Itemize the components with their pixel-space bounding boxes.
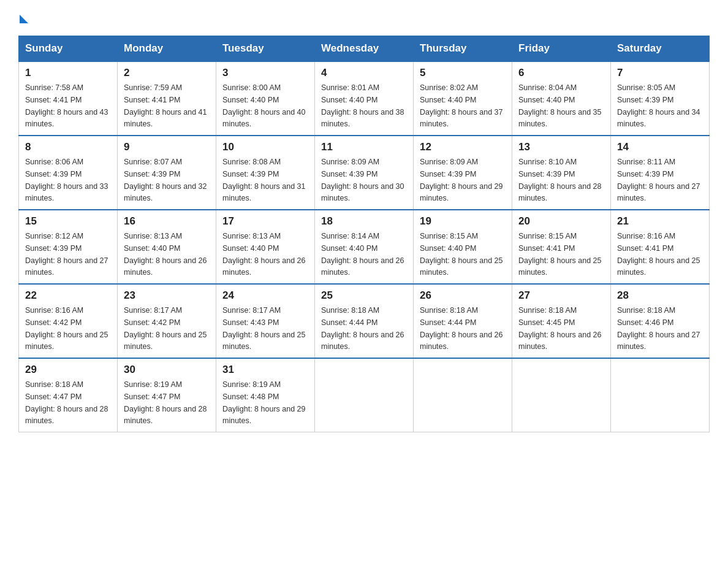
day-number: 8 bbox=[25, 141, 111, 153]
week-row-3: 15 Sunrise: 8:12 AMSunset: 4:39 PMDaylig… bbox=[19, 210, 710, 284]
day-number: 13 bbox=[518, 141, 604, 153]
day-info: Sunrise: 8:18 AMSunset: 4:44 PMDaylight:… bbox=[321, 306, 404, 351]
calendar-cell: 21 Sunrise: 8:16 AMSunset: 4:41 PMDaylig… bbox=[611, 210, 710, 284]
day-number: 3 bbox=[222, 67, 308, 79]
day-info: Sunrise: 8:16 AMSunset: 4:41 PMDaylight:… bbox=[617, 232, 700, 277]
day-info: Sunrise: 8:08 AMSunset: 4:39 PMDaylight:… bbox=[222, 158, 306, 202]
calendar-cell: 11 Sunrise: 8:09 AMSunset: 4:39 PMDaylig… bbox=[315, 136, 414, 210]
day-info: Sunrise: 8:17 AMSunset: 4:43 PMDaylight:… bbox=[222, 306, 306, 351]
header-day-tuesday: Tuesday bbox=[216, 36, 315, 62]
day-info: Sunrise: 8:09 AMSunset: 4:39 PMDaylight:… bbox=[321, 158, 404, 202]
calendar-cell: 27 Sunrise: 8:18 AMSunset: 4:45 PMDaylig… bbox=[512, 284, 611, 358]
day-number: 6 bbox=[518, 67, 604, 79]
week-row-5: 29 Sunrise: 8:18 AMSunset: 4:47 PMDaylig… bbox=[19, 358, 710, 432]
calendar-cell: 5 Sunrise: 8:02 AMSunset: 4:40 PMDayligh… bbox=[414, 61, 512, 136]
day-number: 5 bbox=[420, 67, 506, 79]
day-info: Sunrise: 8:18 AMSunset: 4:46 PMDaylight:… bbox=[617, 306, 700, 351]
day-number: 19 bbox=[420, 215, 506, 228]
calendar-cell: 22 Sunrise: 8:16 AMSunset: 4:42 PMDaylig… bbox=[19, 284, 118, 358]
day-number: 20 bbox=[518, 215, 604, 228]
day-info: Sunrise: 8:15 AMSunset: 4:41 PMDaylight:… bbox=[518, 232, 602, 277]
day-info: Sunrise: 8:13 AMSunset: 4:40 PMDaylight:… bbox=[222, 232, 306, 277]
header-day-monday: Monday bbox=[118, 36, 216, 62]
calendar-cell bbox=[611, 358, 710, 432]
day-info: Sunrise: 8:02 AMSunset: 4:40 PMDaylight:… bbox=[420, 83, 503, 128]
day-info: Sunrise: 7:58 AMSunset: 4:41 PMDaylight:… bbox=[25, 83, 108, 128]
calendar-table: SundayMondayTuesdayWednesdayThursdayFrid… bbox=[18, 36, 710, 432]
calendar-cell: 30 Sunrise: 8:19 AMSunset: 4:47 PMDaylig… bbox=[118, 358, 216, 432]
day-number: 15 bbox=[25, 215, 111, 228]
day-number: 16 bbox=[124, 215, 210, 228]
calendar-cell: 6 Sunrise: 8:04 AMSunset: 4:40 PMDayligh… bbox=[512, 61, 611, 136]
header-row: SundayMondayTuesdayWednesdayThursdayFrid… bbox=[19, 36, 710, 62]
calendar-cell: 13 Sunrise: 8:10 AMSunset: 4:39 PMDaylig… bbox=[512, 136, 611, 210]
day-number: 25 bbox=[321, 289, 407, 302]
day-info: Sunrise: 8:07 AMSunset: 4:39 PMDaylight:… bbox=[124, 158, 207, 202]
day-number: 28 bbox=[617, 289, 703, 302]
header-day-thursday: Thursday bbox=[414, 36, 512, 62]
day-info: Sunrise: 8:19 AMSunset: 4:47 PMDaylight:… bbox=[124, 380, 207, 425]
day-number: 31 bbox=[222, 364, 308, 376]
day-info: Sunrise: 8:15 AMSunset: 4:40 PMDaylight:… bbox=[420, 232, 503, 277]
calendar-cell: 19 Sunrise: 8:15 AMSunset: 4:40 PMDaylig… bbox=[414, 210, 512, 284]
calendar-cell: 2 Sunrise: 7:59 AMSunset: 4:41 PMDayligh… bbox=[118, 61, 216, 136]
week-row-1: 1 Sunrise: 7:58 AMSunset: 4:41 PMDayligh… bbox=[19, 61, 710, 136]
calendar-cell: 9 Sunrise: 8:07 AMSunset: 4:39 PMDayligh… bbox=[118, 136, 216, 210]
day-info: Sunrise: 8:17 AMSunset: 4:42 PMDaylight:… bbox=[124, 306, 207, 351]
calendar-cell: 7 Sunrise: 8:05 AMSunset: 4:39 PMDayligh… bbox=[611, 61, 710, 136]
day-info: Sunrise: 8:14 AMSunset: 4:40 PMDaylight:… bbox=[321, 232, 404, 277]
calendar-cell bbox=[414, 358, 512, 432]
day-number: 11 bbox=[321, 141, 407, 153]
day-info: Sunrise: 8:10 AMSunset: 4:39 PMDaylight:… bbox=[518, 158, 602, 202]
calendar-cell: 28 Sunrise: 8:18 AMSunset: 4:46 PMDaylig… bbox=[611, 284, 710, 358]
page-header bbox=[18, 12, 710, 23]
day-info: Sunrise: 8:00 AMSunset: 4:40 PMDaylight:… bbox=[222, 83, 306, 128]
day-number: 29 bbox=[25, 364, 111, 376]
day-number: 24 bbox=[222, 289, 308, 302]
day-info: Sunrise: 8:04 AMSunset: 4:40 PMDaylight:… bbox=[518, 83, 602, 128]
day-number: 9 bbox=[124, 141, 210, 153]
calendar-cell: 16 Sunrise: 8:13 AMSunset: 4:40 PMDaylig… bbox=[118, 210, 216, 284]
day-number: 1 bbox=[25, 67, 111, 79]
week-row-2: 8 Sunrise: 8:06 AMSunset: 4:39 PMDayligh… bbox=[19, 136, 710, 210]
day-info: Sunrise: 8:13 AMSunset: 4:40 PMDaylight:… bbox=[124, 232, 207, 277]
calendar-cell: 12 Sunrise: 8:09 AMSunset: 4:39 PMDaylig… bbox=[414, 136, 512, 210]
calendar-cell: 23 Sunrise: 8:17 AMSunset: 4:42 PMDaylig… bbox=[118, 284, 216, 358]
calendar-cell: 26 Sunrise: 8:18 AMSunset: 4:44 PMDaylig… bbox=[414, 284, 512, 358]
day-info: Sunrise: 8:11 AMSunset: 4:39 PMDaylight:… bbox=[617, 158, 700, 202]
logo-arrow-icon bbox=[20, 15, 28, 23]
day-number: 30 bbox=[124, 364, 210, 376]
calendar-cell: 3 Sunrise: 8:00 AMSunset: 4:40 PMDayligh… bbox=[216, 61, 315, 136]
day-info: Sunrise: 8:09 AMSunset: 4:39 PMDaylight:… bbox=[420, 158, 503, 202]
week-row-4: 22 Sunrise: 8:16 AMSunset: 4:42 PMDaylig… bbox=[19, 284, 710, 358]
day-number: 23 bbox=[124, 289, 210, 302]
calendar-header: SundayMondayTuesdayWednesdayThursdayFrid… bbox=[19, 36, 710, 62]
calendar-cell: 24 Sunrise: 8:17 AMSunset: 4:43 PMDaylig… bbox=[216, 284, 315, 358]
header-day-sunday: Sunday bbox=[19, 36, 118, 62]
day-number: 14 bbox=[617, 141, 703, 153]
calendar-cell: 10 Sunrise: 8:08 AMSunset: 4:39 PMDaylig… bbox=[216, 136, 315, 210]
calendar-cell: 1 Sunrise: 7:58 AMSunset: 4:41 PMDayligh… bbox=[19, 61, 118, 136]
header-day-friday: Friday bbox=[512, 36, 611, 62]
calendar-body: 1 Sunrise: 7:58 AMSunset: 4:41 PMDayligh… bbox=[19, 61, 710, 432]
day-info: Sunrise: 8:18 AMSunset: 4:44 PMDaylight:… bbox=[420, 306, 503, 351]
header-day-wednesday: Wednesday bbox=[315, 36, 414, 62]
calendar-cell: 4 Sunrise: 8:01 AMSunset: 4:40 PMDayligh… bbox=[315, 61, 414, 136]
day-info: Sunrise: 8:06 AMSunset: 4:39 PMDaylight:… bbox=[25, 158, 108, 202]
day-number: 2 bbox=[124, 67, 210, 79]
day-info: Sunrise: 8:16 AMSunset: 4:42 PMDaylight:… bbox=[25, 306, 108, 351]
day-number: 21 bbox=[617, 215, 703, 228]
day-number: 10 bbox=[222, 141, 308, 153]
day-number: 18 bbox=[321, 215, 407, 228]
calendar-cell: 14 Sunrise: 8:11 AMSunset: 4:39 PMDaylig… bbox=[611, 136, 710, 210]
logo bbox=[18, 12, 28, 23]
day-info: Sunrise: 8:18 AMSunset: 4:45 PMDaylight:… bbox=[518, 306, 602, 351]
calendar-cell bbox=[315, 358, 414, 432]
day-info: Sunrise: 8:12 AMSunset: 4:39 PMDaylight:… bbox=[25, 232, 108, 277]
calendar-cell bbox=[512, 358, 611, 432]
calendar-cell: 18 Sunrise: 8:14 AMSunset: 4:40 PMDaylig… bbox=[315, 210, 414, 284]
day-number: 4 bbox=[321, 67, 407, 79]
day-info: Sunrise: 8:01 AMSunset: 4:40 PMDaylight:… bbox=[321, 83, 404, 128]
calendar-cell: 31 Sunrise: 8:19 AMSunset: 4:48 PMDaylig… bbox=[216, 358, 315, 432]
day-number: 17 bbox=[222, 215, 308, 228]
